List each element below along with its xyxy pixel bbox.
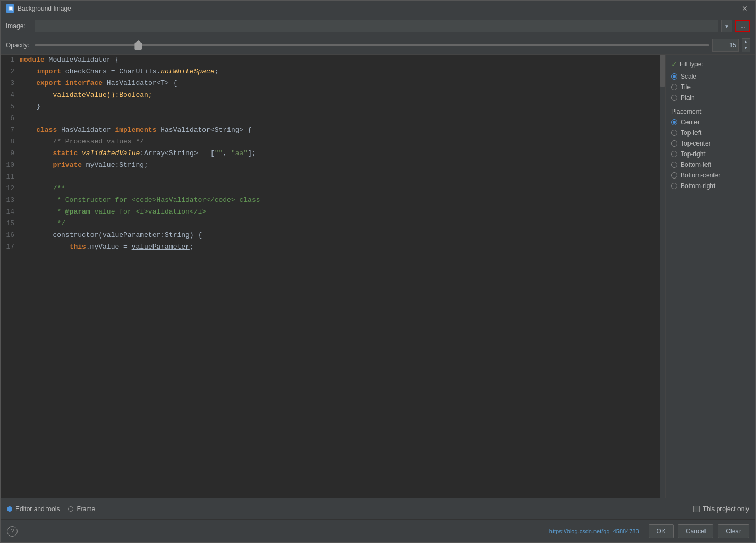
opacity-decrement-button[interactable]: ▼ (742, 45, 750, 52)
placement-option[interactable]: Center (671, 118, 750, 126)
line-content: */ (20, 218, 660, 230)
dialog-title: Background Image (18, 5, 740, 12)
placement-radio-label: Bottom-left (681, 161, 711, 168)
line-number: 4 (1, 90, 20, 101)
code-line: 9 static validatedValue:Array<String> = … (1, 148, 660, 160)
line-number: 2 (1, 66, 20, 78)
placement-radio-label: Top-center (681, 140, 711, 147)
code-scrollbar[interactable] (660, 55, 665, 498)
line-content: /** (20, 183, 660, 195)
line-content: } (20, 101, 660, 113)
title-bar: ▣ Background Image ✕ (1, 1, 755, 16)
placement-radio-label: Top-right (681, 150, 706, 158)
code-area[interactable]: 1module ModuleValidator {2 import checkC… (1, 55, 660, 498)
code-line: 13 * Constructor for <code>HasValidator<… (1, 195, 660, 207)
opacity-slider[interactable] (35, 44, 709, 46)
cancel-button[interactable]: Cancel (678, 524, 713, 538)
editor-tools-option[interactable]: Editor and tools (7, 505, 60, 513)
line-content: import checkChars = CharUtils.notWhiteSp… (20, 66, 660, 78)
help-button[interactable]: ? (7, 526, 18, 537)
placement-radio-center (671, 119, 677, 125)
line-number: 7 (1, 125, 20, 137)
line-content: validateValue():Boolean; (20, 90, 660, 101)
this-project-checkbox[interactable]: This project only (693, 505, 749, 513)
line-content: module ModuleValidator { (20, 55, 660, 66)
line-content: * @param value for <i>validation</i> (20, 207, 660, 218)
image-dropdown-button[interactable]: ▼ (721, 20, 732, 32)
right-panel: ✓ Fill type: ScaleTilePlain Placement: C… (665, 55, 755, 498)
fill-type-radio-label: Plain (681, 94, 695, 101)
line-number: 6 (1, 113, 20, 125)
placement-radio-bottom-left (671, 162, 677, 168)
placement-option[interactable]: Top-right (671, 150, 750, 158)
code-line: 5 } (1, 101, 660, 113)
line-content: export interface HasValidator<T> { (20, 78, 660, 90)
bottom-bar: Editor and tools Frame This project only (1, 498, 755, 519)
opacity-slider-wrap (35, 40, 709, 50)
fill-type-label: Fill type: (679, 61, 703, 68)
opacity-increment-button[interactable]: ▲ (742, 39, 750, 45)
placement-option[interactable]: Top-left (671, 129, 750, 137)
line-number: 3 (1, 78, 20, 90)
opacity-spinner: ▲ ▼ (742, 38, 750, 52)
image-row: Image: ▼ ... (1, 16, 755, 36)
opacity-value: 15 (712, 39, 739, 52)
line-number: 5 (1, 101, 20, 113)
opacity-label: Opacity: (6, 41, 31, 49)
placement-option[interactable]: Top-center (671, 140, 750, 147)
clear-button[interactable]: Clear (718, 524, 749, 538)
placement-option[interactable]: Bottom-right (671, 182, 750, 190)
this-project-label: This project only (703, 505, 749, 513)
frame-label: Frame (77, 505, 95, 513)
code-line: 2 import checkChars = CharUtils.notWhite… (1, 66, 660, 78)
code-line: 11 (1, 172, 660, 183)
placement-label: Placement: (671, 108, 750, 115)
fill-type-option[interactable]: Tile (671, 83, 750, 91)
line-number: 17 (1, 242, 20, 253)
placement-radio-label: Center (681, 118, 700, 126)
opacity-row: Opacity: 15 ▲ ▼ (1, 36, 755, 55)
ok-button[interactable]: OK (649, 524, 674, 538)
dialog-icon: ▣ (6, 4, 14, 13)
bottom-right: This project only (693, 505, 749, 513)
bottom-left: Editor and tools Frame (7, 505, 693, 513)
line-content: class HasValidator implements HasValidat… (20, 125, 660, 137)
line-content: this.myValue = valueParameter; (20, 242, 660, 253)
code-line: 1module ModuleValidator { (1, 55, 660, 66)
placement-radio-top-left (671, 130, 677, 136)
fill-type-option[interactable]: Scale (671, 73, 750, 80)
code-scrollbar-thumb (660, 55, 665, 87)
url-display: https://blog.csdn.net/qq_45884783 (7, 528, 639, 534)
line-content: /* Processed values */ (20, 137, 660, 148)
line-number: 9 (1, 148, 20, 160)
image-input[interactable] (35, 20, 718, 32)
fill-type-radio-label: Tile (681, 83, 691, 91)
placement-option[interactable]: Bottom-left (671, 161, 750, 168)
line-number: 1 (1, 55, 20, 66)
code-line: 15 */ (1, 218, 660, 230)
fill-type-option[interactable]: Plain (671, 94, 750, 101)
code-line: 4 validateValue():Boolean; (1, 90, 660, 101)
placement-options: CenterTop-leftTop-centerTop-rightBottom-… (671, 118, 750, 190)
code-line: 10 private myValue:String; (1, 160, 660, 172)
close-button[interactable]: ✕ (740, 3, 750, 14)
placement-option[interactable]: Bottom-center (671, 172, 750, 179)
line-content: private myValue:String; (20, 160, 660, 172)
editor-tools-label: Editor and tools (15, 505, 60, 513)
code-line: 3 export interface HasValidator<T> { (1, 78, 660, 90)
code-line: 14 * @param value for <i>validation</i> (1, 207, 660, 218)
placement-radio-top-center (671, 140, 677, 147)
background-image-dialog: ▣ Background Image ✕ Image: ▼ ... Opacit… (0, 0, 756, 543)
line-number: 12 (1, 183, 20, 195)
placement-radio-top-right (671, 151, 677, 157)
checkmark-icon: ✓ (671, 60, 677, 69)
frame-option[interactable]: Frame (68, 505, 95, 513)
code-line: 7 class HasValidator implements HasValid… (1, 125, 660, 137)
line-number: 14 (1, 207, 20, 218)
image-browse-button[interactable]: ... (735, 20, 750, 32)
fill-type-radio-label: Scale (681, 73, 696, 80)
code-line: 8 /* Processed values */ (1, 137, 660, 148)
line-number: 15 (1, 218, 20, 230)
fill-type-header: ✓ Fill type: (671, 60, 750, 69)
code-line: 16 constructor(valueParameter:String) { (1, 230, 660, 242)
